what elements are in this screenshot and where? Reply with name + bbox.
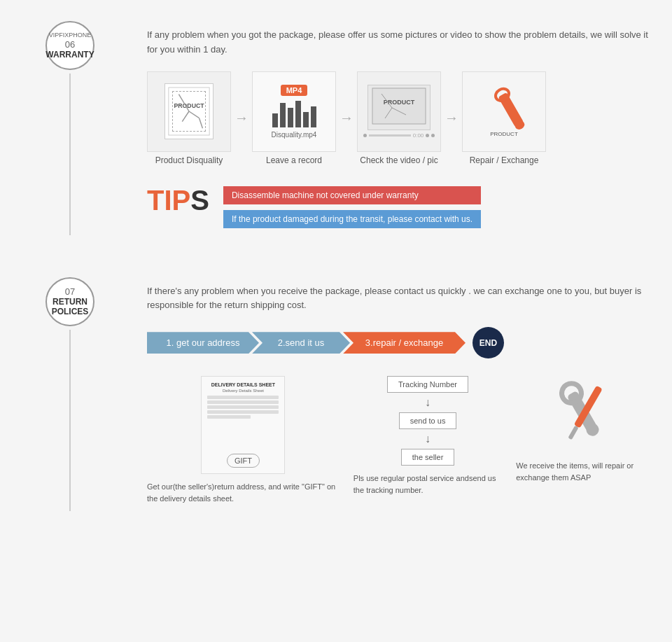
return-pill-2: 2.send it us — [252, 332, 350, 354]
step2-label: Leave a record — [266, 155, 322, 165]
svg-line-2 — [178, 95, 189, 111]
tracking-number-box: Tracking Number — [387, 376, 468, 393]
flow-arrow: ↓ — [425, 396, 430, 409]
video-inner: PRODUCT — [368, 85, 430, 130]
play-dot — [363, 134, 367, 137]
warranty-badge: VIPFIXPHONE 06 WARRANTY — [46, 21, 94, 70]
return-step-1: DELIVERY DETAILS SHEET Delivery Details … — [147, 376, 340, 504]
tracking-flow: Tracking Number ↓ send to us ↓ the selle… — [387, 376, 468, 466]
warranty-steps-row: PRODUCT Product Disquality → — [147, 71, 651, 165]
video-controls: 0:00 — [363, 132, 435, 139]
delivery-sheet-sub: Delivery Details Sheet — [207, 389, 279, 393]
return-left: 07 RETURN POLICES — [0, 277, 140, 512]
step-product: PRODUCT Product Disquality — [147, 71, 231, 165]
line1 — [207, 396, 279, 399]
line3 — [207, 405, 279, 409]
delivery-sheet: DELIVERY DETAILS SHEET Delivery Details … — [201, 376, 285, 474]
tips-s-char: S — [190, 185, 209, 216]
send-to-us-box: send to us — [399, 412, 457, 429]
return-step-2: Tracking Number ↓ send to us ↓ the selle… — [354, 376, 502, 496]
bar6 — [311, 106, 316, 127]
timeline-line-return — [69, 330, 71, 512]
volume-dot — [426, 134, 429, 137]
return-process-row: DELIVERY DETAILS SHEET Delivery Details … — [147, 376, 651, 504]
return-description: If there's any problem when you receive … — [147, 284, 651, 314]
gift-label: GIFT — [227, 454, 260, 468]
step4-label: Repair / Exchange — [470, 155, 539, 165]
seller-box: the seller — [401, 449, 455, 466]
repair-svg: PRODUCT — [472, 85, 536, 138]
repair-box: PRODUCT — [462, 71, 546, 152]
svg-text:PRODUCT: PRODUCT — [490, 131, 518, 137]
arrow-3: → — [444, 110, 458, 126]
return-badge-main1: RETURN — [52, 297, 88, 307]
video-product-text: PRODUCT — [371, 87, 427, 128]
mp4-box: MP4 Disquality.mp4 — [252, 71, 336, 152]
tips-logo: TIPS — [147, 186, 209, 214]
step-mp4: MP4 Disquality.mp4 Leave a record — [252, 71, 336, 165]
timeline-line-warranty — [69, 74, 71, 235]
bar5 — [303, 112, 309, 127]
return-step1-desc: Get our(the seller's)return address, and… — [147, 481, 340, 504]
bar4 — [295, 101, 301, 127]
return-badge-number: 07 — [65, 286, 75, 297]
svg-line-4 — [189, 111, 200, 118]
tips-list: Disassemble machine not covered under wa… — [223, 186, 481, 228]
return-badge-main2: POLICES — [52, 307, 89, 316]
product-disquality-box: PRODUCT — [147, 71, 231, 152]
step3-label: Check the video / pic — [360, 155, 438, 165]
video-progress-bar — [369, 134, 411, 137]
bar-chart-icon — [272, 99, 316, 127]
return-section: 07 RETURN POLICES If there's any problem… — [0, 256, 672, 533]
return-step2-desc: Pls use regular postal service andsend u… — [354, 473, 502, 496]
line2 — [207, 400, 279, 404]
product-icon: PRODUCT — [164, 83, 214, 139]
video-time: 0:00 — [413, 132, 424, 139]
line4 — [207, 410, 279, 414]
bar3 — [288, 108, 293, 127]
arrow-2: → — [340, 110, 354, 126]
mp4-badge: MP4 — [281, 85, 308, 96]
return-badge: 07 RETURN POLICES — [46, 277, 94, 326]
svg-rect-19 — [568, 426, 578, 440]
warranty-left: VIPFIXPHONE 06 WARRANTY — [0, 21, 140, 235]
tip-info: If the product damaged during the transi… — [223, 210, 481, 228]
return-pill-1: 1. get our address — [147, 332, 259, 354]
repair-tools-svg — [538, 376, 629, 453]
mp4-filename: Disquality.mp4 — [272, 131, 317, 139]
badge-main-text: WARRANTY — [46, 50, 94, 60]
delivery-sheet-title: DELIVERY DETAILS SHEET — [207, 382, 279, 387]
tips-section: TIPS Disassemble machine not covered und… — [147, 186, 651, 228]
return-step-3: We receive the items, will repair or exc… — [516, 376, 651, 483]
return-end: END — [472, 327, 504, 358]
warranty-content: If any problem when you got the package,… — [140, 21, 672, 235]
badge-number: 06 — [65, 39, 75, 50]
return-pill-3: 3.repair / exchange — [343, 332, 465, 354]
video-check-box: PRODUCT 0:00 — [357, 71, 441, 152]
video-product-svg: PRODUCT — [371, 87, 427, 125]
warranty-section: VIPFIXPHONE 06 WARRANTY If any problem w… — [0, 0, 672, 256]
return-content: If there's any problem when you receive … — [140, 277, 672, 512]
tip-warning: Disassemble machine not covered under wa… — [223, 186, 481, 204]
svg-line-5 — [200, 118, 203, 129]
svg-text:PRODUCT: PRODUCT — [174, 102, 204, 109]
flow-arrow-2: ↓ — [425, 433, 430, 445]
step-video: PRODUCT 0:00 — [357, 71, 441, 165]
svg-rect-0 — [169, 88, 209, 135]
badge-top-text: VIPFIXPHONE — [49, 32, 92, 39]
return-steps-row: 1. get our address 2.send it us 3.repair… — [147, 327, 651, 358]
step-repair: PRODUCT Repair / Exchange — [462, 71, 546, 165]
product-disquality-svg: PRODUCT — [165, 83, 213, 139]
arrow-1: → — [234, 110, 248, 126]
line5 — [207, 415, 250, 419]
warranty-description: If any problem when you got the package,… — [147, 28, 651, 57]
svg-rect-6 — [372, 88, 426, 124]
fullscreen-dot — [431, 134, 435, 137]
bar1 — [272, 113, 278, 127]
bar2 — [280, 103, 286, 127]
return-step3-desc: We receive the items, will repair or exc… — [516, 460, 651, 483]
step1-label: Product Disquality — [155, 155, 223, 165]
svg-line-3 — [182, 111, 189, 122]
